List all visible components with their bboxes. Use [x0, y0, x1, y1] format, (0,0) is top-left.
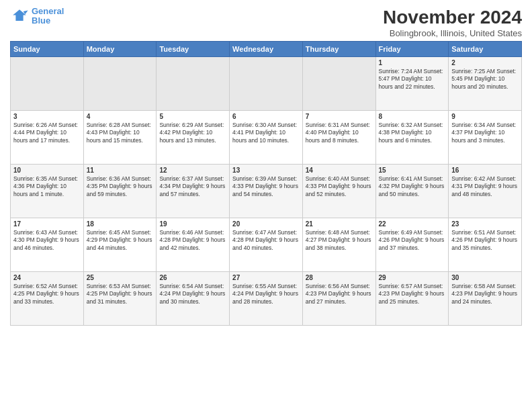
day-info: Sunrise: 6:41 AM Sunset: 4:32 PM Dayligh…	[379, 175, 446, 198]
svg-marker-0	[13, 9, 26, 21]
calendar-cell: 21Sunrise: 6:48 AM Sunset: 4:27 PM Dayli…	[302, 218, 375, 272]
calendar-cell: 11Sunrise: 6:36 AM Sunset: 4:35 PM Dayli…	[83, 165, 157, 218]
calendar-cell: 28Sunrise: 6:56 AM Sunset: 4:23 PM Dayli…	[302, 272, 375, 326]
day-number: 7	[306, 113, 373, 120]
header: General Blue November 2024 Bolingbrook, …	[10, 7, 522, 38]
calendar-body: 1Sunrise: 7:24 AM Sunset: 5:47 PM Daylig…	[11, 57, 522, 326]
col-tuesday: Tuesday	[157, 42, 230, 57]
day-number: 24	[13, 274, 81, 281]
day-info: Sunrise: 6:30 AM Sunset: 4:41 PM Dayligh…	[232, 122, 300, 144]
day-number: 10	[13, 167, 81, 174]
day-number: 9	[451, 113, 519, 120]
day-number: 30	[451, 274, 519, 281]
day-number: 26	[159, 274, 226, 281]
day-info: Sunrise: 7:25 AM Sunset: 5:45 PM Dayligh…	[451, 68, 519, 91]
calendar-cell: 15Sunrise: 6:41 AM Sunset: 4:32 PM Dayli…	[375, 165, 449, 218]
day-info: Sunrise: 6:34 AM Sunset: 4:37 PM Dayligh…	[451, 122, 519, 144]
col-friday: Friday	[375, 42, 449, 57]
calendar-cell	[11, 57, 84, 111]
day-number: 22	[379, 220, 446, 228]
day-number: 25	[87, 274, 154, 281]
calendar-cell	[230, 57, 303, 111]
calendar-cell: 26Sunrise: 6:54 AM Sunset: 4:24 PM Dayli…	[157, 272, 230, 326]
day-info: Sunrise: 6:54 AM Sunset: 4:24 PM Dayligh…	[159, 283, 226, 306]
day-info: Sunrise: 6:45 AM Sunset: 4:29 PM Dayligh…	[87, 229, 154, 252]
calendar-cell: 12Sunrise: 6:37 AM Sunset: 4:34 PM Dayli…	[157, 165, 230, 218]
day-info: Sunrise: 6:39 AM Sunset: 4:33 PM Dayligh…	[232, 175, 300, 198]
col-sunday: Sunday	[11, 42, 84, 57]
calendar-cell: 20Sunrise: 6:47 AM Sunset: 4:28 PM Dayli…	[230, 218, 303, 272]
day-info: Sunrise: 6:51 AM Sunset: 4:26 PM Dayligh…	[451, 229, 519, 252]
day-number: 29	[379, 274, 446, 281]
calendar-cell: 27Sunrise: 6:55 AM Sunset: 4:24 PM Dayli…	[230, 272, 303, 326]
month-title: November 2024	[383, 7, 522, 28]
calendar-cell: 9Sunrise: 6:34 AM Sunset: 4:37 PM Daylig…	[449, 111, 522, 165]
calendar-cell: 1Sunrise: 7:24 AM Sunset: 5:47 PM Daylig…	[375, 57, 449, 111]
day-number: 4	[87, 113, 154, 120]
calendar-cell: 29Sunrise: 6:57 AM Sunset: 4:23 PM Dayli…	[375, 272, 449, 326]
day-number: 19	[159, 220, 226, 228]
col-monday: Monday	[83, 42, 157, 57]
calendar-header: Sunday Monday Tuesday Wednesday Thursday…	[11, 42, 522, 57]
calendar-cell: 22Sunrise: 6:49 AM Sunset: 4:26 PM Dayli…	[375, 218, 449, 272]
calendar-cell: 23Sunrise: 6:51 AM Sunset: 4:26 PM Dayli…	[449, 218, 522, 272]
calendar-cell	[83, 57, 157, 111]
day-number: 11	[87, 167, 154, 174]
calendar-cell	[157, 57, 230, 111]
day-number: 23	[451, 220, 519, 228]
logo-icon	[10, 7, 29, 26]
day-info: Sunrise: 6:29 AM Sunset: 4:42 PM Dayligh…	[159, 122, 226, 144]
calendar-cell: 4Sunrise: 6:28 AM Sunset: 4:43 PM Daylig…	[83, 111, 157, 165]
day-info: Sunrise: 6:55 AM Sunset: 4:24 PM Dayligh…	[232, 283, 300, 306]
logo-text: General Blue	[32, 7, 64, 26]
day-info: Sunrise: 6:56 AM Sunset: 4:23 PM Dayligh…	[306, 283, 373, 306]
day-number: 1	[379, 59, 446, 66]
calendar-cell: 8Sunrise: 6:32 AM Sunset: 4:38 PM Daylig…	[375, 111, 449, 165]
calendar-cell: 5Sunrise: 6:29 AM Sunset: 4:42 PM Daylig…	[157, 111, 230, 165]
day-info: Sunrise: 6:32 AM Sunset: 4:38 PM Dayligh…	[379, 122, 446, 144]
calendar-cell: 19Sunrise: 6:46 AM Sunset: 4:28 PM Dayli…	[157, 218, 230, 272]
day-info: Sunrise: 6:46 AM Sunset: 4:28 PM Dayligh…	[159, 229, 226, 252]
calendar-cell: 25Sunrise: 6:53 AM Sunset: 4:25 PM Dayli…	[83, 272, 157, 326]
calendar-cell: 24Sunrise: 6:52 AM Sunset: 4:25 PM Dayli…	[11, 272, 84, 326]
calendar-cell: 30Sunrise: 6:58 AM Sunset: 4:23 PM Dayli…	[449, 272, 522, 326]
day-info: Sunrise: 6:53 AM Sunset: 4:25 PM Dayligh…	[87, 283, 154, 306]
day-number: 15	[379, 167, 446, 174]
calendar-cell	[302, 57, 375, 111]
day-number: 18	[87, 220, 154, 228]
page-container: General Blue November 2024 Bolingbrook, …	[0, 0, 532, 332]
day-number: 14	[306, 167, 373, 174]
header-row: Sunday Monday Tuesday Wednesday Thursday…	[11, 42, 522, 57]
day-info: Sunrise: 6:26 AM Sunset: 4:44 PM Dayligh…	[13, 122, 81, 144]
day-info: Sunrise: 6:28 AM Sunset: 4:43 PM Dayligh…	[87, 122, 154, 144]
calendar-week-2: 3Sunrise: 6:26 AM Sunset: 4:44 PM Daylig…	[11, 111, 522, 165]
day-info: Sunrise: 6:35 AM Sunset: 4:36 PM Dayligh…	[13, 175, 81, 198]
col-saturday: Saturday	[449, 42, 522, 57]
calendar-cell: 16Sunrise: 6:42 AM Sunset: 4:31 PM Dayli…	[449, 165, 522, 218]
calendar-cell: 18Sunrise: 6:45 AM Sunset: 4:29 PM Dayli…	[83, 218, 157, 272]
day-info: Sunrise: 6:36 AM Sunset: 4:35 PM Dayligh…	[87, 175, 154, 198]
logo: General Blue	[10, 7, 64, 26]
day-info: Sunrise: 6:31 AM Sunset: 4:40 PM Dayligh…	[306, 122, 373, 144]
day-info: Sunrise: 6:40 AM Sunset: 4:33 PM Dayligh…	[306, 175, 373, 198]
day-number: 13	[232, 167, 300, 174]
day-info: Sunrise: 6:48 AM Sunset: 4:27 PM Dayligh…	[306, 229, 373, 252]
day-number: 6	[232, 113, 300, 120]
day-number: 17	[13, 220, 81, 228]
calendar-table: Sunday Monday Tuesday Wednesday Thursday…	[10, 41, 522, 326]
calendar-week-1: 1Sunrise: 7:24 AM Sunset: 5:47 PM Daylig…	[11, 57, 522, 111]
day-info: Sunrise: 6:37 AM Sunset: 4:34 PM Dayligh…	[159, 175, 226, 198]
calendar-cell: 10Sunrise: 6:35 AM Sunset: 4:36 PM Dayli…	[11, 165, 84, 218]
day-info: Sunrise: 7:24 AM Sunset: 5:47 PM Dayligh…	[379, 68, 446, 91]
location-title: Bolingbrook, Illinois, United States	[383, 28, 522, 38]
day-info: Sunrise: 6:52 AM Sunset: 4:25 PM Dayligh…	[13, 283, 81, 306]
day-number: 8	[379, 113, 446, 120]
day-number: 5	[159, 113, 226, 120]
day-info: Sunrise: 6:49 AM Sunset: 4:26 PM Dayligh…	[379, 229, 446, 252]
calendar-week-4: 17Sunrise: 6:43 AM Sunset: 4:30 PM Dayli…	[11, 218, 522, 272]
day-number: 2	[451, 59, 519, 66]
calendar-cell: 2Sunrise: 7:25 AM Sunset: 5:45 PM Daylig…	[449, 57, 522, 111]
col-wednesday: Wednesday	[230, 42, 303, 57]
title-block: November 2024 Bolingbrook, Illinois, Uni…	[383, 7, 522, 38]
day-info: Sunrise: 6:47 AM Sunset: 4:28 PM Dayligh…	[232, 229, 300, 252]
